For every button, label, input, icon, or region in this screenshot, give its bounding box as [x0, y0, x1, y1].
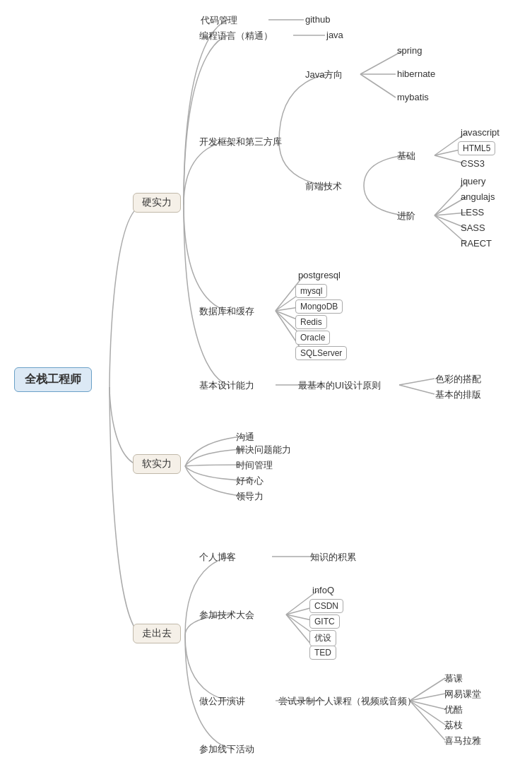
- sass-node: SASS: [458, 221, 488, 234]
- csdn-node: CSDN: [309, 599, 343, 613]
- mybatis-node: mybatis: [394, 90, 432, 104]
- ted-node: TED: [309, 646, 336, 660]
- angularjs-node: angulajs: [458, 190, 497, 203]
- less-node: LESS: [458, 206, 487, 219]
- hibernate-node: hibernate: [394, 67, 438, 81]
- css3-node: CSS3: [458, 157, 487, 170]
- go-out-node: 走出去: [133, 624, 181, 643]
- hard-node: 硬实力: [133, 193, 181, 213]
- mindmap: 全栈工程师 硬实力 代码管理 github 编程语言（精通） java 开发框架…: [0, 0, 532, 772]
- html5-node: HTML5: [458, 141, 495, 155]
- gitc-node: GITC: [309, 614, 340, 629]
- public-speak-node: 做公开演讲: [196, 694, 248, 709]
- root-label: 全栈工程师: [14, 367, 92, 392]
- java-node: java: [324, 28, 346, 42]
- dev-framework-node: 开发框架和第三方库: [196, 134, 285, 150]
- ui-principle-node: 最基本的UI设计原则: [295, 378, 384, 393]
- code-mgmt-node: 代码管理: [198, 13, 240, 28]
- youset-node: 优设: [309, 630, 336, 646]
- soft-label: 软实力: [133, 454, 181, 474]
- infoq-node: infoQ: [309, 583, 337, 597]
- soft-node: 软实力: [133, 454, 181, 474]
- java-dir-node: Java方向: [302, 67, 345, 83]
- postgresql-node: postgresql: [295, 268, 343, 282]
- mysql-node: mysql: [295, 284, 327, 298]
- knowledge-node: 知识的积累: [307, 550, 359, 565]
- sqlserver-node: SQLServer: [295, 346, 347, 360]
- github-node: github: [302, 13, 333, 26]
- lizhi-node: 荔枝: [442, 718, 466, 733]
- svg-line-20: [399, 379, 435, 385]
- record-course-node: 尝试录制个人课程（视频或音频）: [276, 694, 419, 709]
- js-node: javascript: [458, 126, 502, 139]
- jquery-node: jquery: [458, 174, 488, 188]
- prog-lang-node: 编程语言（精通）: [196, 28, 276, 44]
- problem-node: 解决问题能力: [233, 442, 294, 458]
- go-out-label: 走出去: [133, 624, 181, 643]
- svg-line-21: [399, 385, 435, 394]
- personal-blog-node: 个人博客: [196, 550, 239, 565]
- root-node: 全栈工程师: [14, 367, 92, 392]
- spring-node: spring: [394, 44, 425, 57]
- react-node: RAECT: [458, 237, 495, 250]
- mongodb-node: MongoDB: [295, 299, 343, 314]
- youku-node: 优酷: [442, 702, 466, 718]
- wangyiketang-node: 网易课堂: [442, 687, 484, 702]
- offline-node: 参加线下活动: [196, 742, 257, 757]
- svg-line-4: [360, 74, 396, 97]
- db-cache-node: 数据库和缓存: [196, 304, 257, 319]
- frontend-node: 前端技术: [302, 179, 345, 194]
- ximalaya-node: 喜马拉雅: [442, 733, 484, 749]
- layout-node: 基本的排版: [432, 387, 484, 403]
- leadership-node: 领导力: [233, 489, 266, 504]
- time-mgmt-node: 时间管理: [233, 458, 276, 473]
- basics-node: 基础: [394, 148, 418, 164]
- hard-label: 硬实力: [133, 193, 181, 213]
- color-node: 色彩的搭配: [432, 372, 484, 387]
- curiosity-node: 好奇心: [233, 473, 266, 489]
- mooc-node: 慕课: [442, 671, 466, 687]
- oracle-node: Oracle: [295, 331, 330, 345]
- advanced-node: 进阶: [394, 208, 418, 224]
- tech-conf-node: 参加技术大会: [196, 607, 257, 623]
- redis-node: Redis: [295, 315, 327, 329]
- design-node: 基本设计能力: [196, 378, 257, 393]
